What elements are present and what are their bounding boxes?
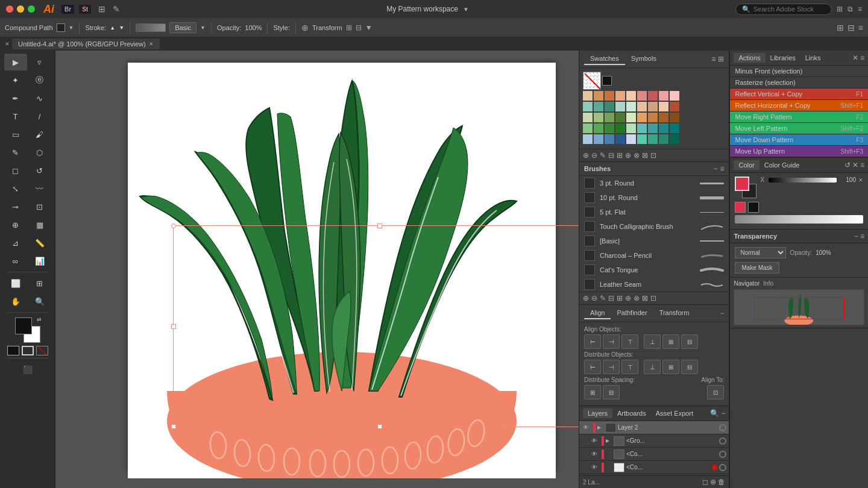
layers-delete[interactable]: 🗑 bbox=[718, 478, 725, 486]
brushes-btn2[interactable]: ⊖ bbox=[591, 294, 597, 302]
align-icon[interactable]: ⊞ bbox=[346, 23, 352, 32]
screen-mode-button[interactable]: ⬛ bbox=[16, 361, 39, 378]
width-tool[interactable]: ⊸ bbox=[4, 198, 27, 215]
layer-target-co1[interactable] bbox=[719, 451, 726, 458]
swatch[interactable] bbox=[594, 134, 603, 144]
brushes-btn1[interactable]: ⊕ bbox=[583, 294, 589, 302]
action-move-right[interactable]: Move Right Pattern F2 bbox=[730, 111, 868, 123]
color-guide-tab[interactable]: Color Guide bbox=[760, 160, 805, 170]
layer-target-gro1[interactable] bbox=[719, 437, 726, 445]
swatch[interactable] bbox=[648, 113, 658, 122]
visibility-eye-co1[interactable]: 👁 bbox=[590, 450, 599, 458]
layer-target-co2[interactable] bbox=[719, 464, 726, 471]
swatches-options8[interactable]: ⊠ bbox=[642, 151, 648, 160]
brush-item-7[interactable]: Cat's Tongue bbox=[579, 263, 729, 277]
color-menu[interactable]: ≡ bbox=[860, 161, 864, 169]
dist-top[interactable]: ⊥ bbox=[644, 360, 661, 374]
layers-collapse[interactable]: − bbox=[721, 409, 725, 418]
pathfinder-tab[interactable]: Pathfinder bbox=[611, 307, 653, 319]
text-tool[interactable]: T bbox=[4, 108, 27, 125]
swap-colors[interactable]: ⇄ bbox=[37, 316, 42, 322]
swatch[interactable] bbox=[626, 113, 636, 122]
swatch[interactable] bbox=[583, 91, 593, 101]
brush-item-4[interactable]: Touch Calligraphic Brush bbox=[579, 219, 729, 234]
dist-left[interactable]: ⊢ bbox=[584, 360, 601, 374]
transparency-collapse[interactable]: − bbox=[854, 232, 858, 240]
layer-item-gro1[interactable]: 👁 ▶ <Gro... bbox=[579, 434, 729, 448]
swatch[interactable] bbox=[648, 102, 658, 111]
info-tab[interactable]: Info bbox=[763, 280, 773, 287]
brushes-btn4[interactable]: ⊟ bbox=[608, 294, 614, 302]
swatch[interactable] bbox=[670, 124, 679, 133]
free-transform-tool[interactable]: ⊡ bbox=[28, 198, 51, 215]
swatch[interactable] bbox=[670, 91, 679, 101]
brush-item-3[interactable]: 5 pt. Flat bbox=[579, 205, 729, 219]
swatch[interactable] bbox=[605, 113, 614, 122]
swatch[interactable] bbox=[605, 124, 614, 133]
swatch[interactable] bbox=[583, 124, 593, 133]
stock-icon[interactable]: St bbox=[79, 5, 91, 14]
swatches-list-view[interactable]: ≡ bbox=[711, 55, 715, 63]
swatch[interactable] bbox=[626, 102, 636, 111]
transform-tab[interactable]: Transform bbox=[653, 307, 696, 319]
basic-dropdown-arrow[interactable]: ▼ bbox=[200, 25, 206, 31]
brushes-btn9[interactable]: ⊡ bbox=[650, 294, 656, 302]
align-tab[interactable]: Align bbox=[584, 307, 611, 319]
visibility-eye-layer2[interactable]: 👁 bbox=[582, 424, 590, 432]
action-move-down[interactable]: Move Down Pattern F3 bbox=[730, 134, 868, 146]
navigator-tab[interactable]: Navigator bbox=[734, 280, 760, 287]
align-collapse[interactable]: − bbox=[720, 309, 724, 318]
rotate-tool[interactable]: ↺ bbox=[28, 162, 51, 179]
swatches-options1[interactable]: ⊕ bbox=[583, 151, 589, 160]
dist-space-v[interactable]: ⊟ bbox=[603, 385, 620, 399]
swatch[interactable] bbox=[659, 134, 668, 144]
swatch[interactable] bbox=[659, 102, 668, 111]
foreground-color[interactable] bbox=[15, 318, 32, 334]
swatch[interactable] bbox=[626, 91, 636, 101]
swatch[interactable] bbox=[605, 102, 614, 111]
layers-tab[interactable]: Layers bbox=[583, 408, 612, 418]
brush-item-1[interactable]: 3 pt. Round bbox=[579, 176, 729, 190]
swatch[interactable] bbox=[637, 134, 647, 144]
stock-search-input[interactable] bbox=[753, 5, 826, 13]
swatch[interactable] bbox=[605, 91, 614, 101]
black-swatch[interactable] bbox=[602, 76, 612, 86]
action-rasterize[interactable]: Rasterize (selection) bbox=[730, 77, 868, 89]
color-stroke-icon[interactable] bbox=[748, 202, 759, 213]
brush-item-6[interactable]: Charcoal – Pencil bbox=[579, 248, 729, 263]
color-tab[interactable]: Color bbox=[734, 160, 759, 170]
swatch[interactable] bbox=[659, 113, 668, 122]
shaper-tool[interactable]: ⬡ bbox=[28, 144, 51, 161]
swatch[interactable] bbox=[594, 113, 603, 122]
shape-builder-tool[interactable]: ⊕ bbox=[4, 216, 27, 233]
transparency-menu[interactable]: ≡ bbox=[860, 232, 864, 240]
swatch[interactable] bbox=[594, 91, 603, 101]
color-x-close[interactable]: ✕ bbox=[858, 177, 863, 183]
swatches-tab[interactable]: Swatches bbox=[584, 53, 625, 65]
fill-color-swatch[interactable] bbox=[57, 23, 65, 32]
brush-item-5[interactable]: [Basic] bbox=[579, 234, 729, 248]
layers-create-layer[interactable]: ⊕ bbox=[710, 478, 716, 486]
swatch[interactable] bbox=[594, 102, 603, 111]
swatch[interactable] bbox=[583, 113, 593, 122]
arrange-toggle[interactable]: ⊟ bbox=[848, 23, 855, 33]
dist-center-v[interactable]: ⊞ bbox=[662, 360, 679, 374]
gradient-tool[interactable]: ▦ bbox=[28, 216, 51, 233]
none-icon[interactable] bbox=[36, 346, 48, 355]
selection-tool[interactable]: ▶ bbox=[4, 54, 27, 70]
magic-wand-tool[interactable]: ✦ bbox=[4, 72, 27, 89]
doc-close-x[interactable]: ✕ bbox=[5, 41, 10, 47]
maximize-button[interactable] bbox=[28, 5, 35, 13]
blend-mode-select[interactable]: Normal Multiply Screen Overlay bbox=[735, 247, 786, 258]
swatch[interactable] bbox=[605, 134, 614, 144]
rectangle-tool[interactable]: ▭ bbox=[4, 126, 27, 143]
canvas-area[interactable] bbox=[55, 51, 579, 488]
pen-tool[interactable]: ✒ bbox=[4, 90, 27, 107]
swatch[interactable] bbox=[670, 113, 679, 122]
swatch[interactable] bbox=[648, 124, 658, 133]
brushes-btn5[interactable]: ⊞ bbox=[617, 294, 623, 302]
action-move-up[interactable]: Move Up Pattern Shift+F3 bbox=[730, 146, 868, 157]
zoom-tool[interactable]: 🔍 bbox=[28, 293, 51, 310]
action-reflect-h[interactable]: Reflect Horizontal + Copy Shift+F1 bbox=[730, 100, 868, 111]
column-graph-tool[interactable]: 📊 bbox=[28, 252, 51, 269]
